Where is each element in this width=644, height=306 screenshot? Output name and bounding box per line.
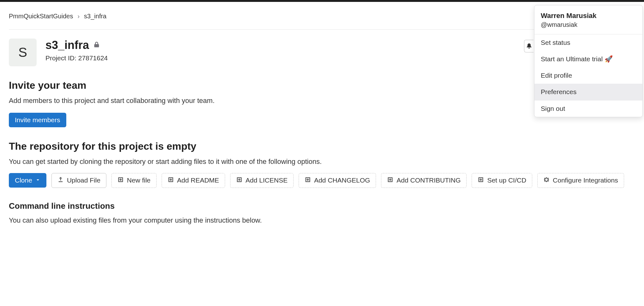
- add-license-label: Add LICENSE: [246, 177, 288, 184]
- menu-start-trial[interactable]: Start an Ultimate trial 🚀: [534, 51, 642, 67]
- configure-integrations-button[interactable]: Configure Integrations: [537, 173, 624, 188]
- cli-body: You can also upload existing files from …: [9, 215, 635, 225]
- clone-label: Clone: [15, 177, 32, 184]
- plus-box-icon: [387, 177, 393, 184]
- setup-cicd-button[interactable]: Set up CI/CD: [472, 173, 532, 188]
- project-id: Project ID: 27871624: [45, 54, 108, 62]
- notification-button[interactable]: [524, 40, 534, 52]
- add-contributing-label: Add CONTRIBUTING: [397, 177, 461, 184]
- add-license-button[interactable]: Add LICENSE: [230, 173, 294, 188]
- upload-file-label: Upload File: [67, 177, 100, 184]
- add-contributing-button[interactable]: Add CONTRIBUTING: [381, 173, 467, 188]
- menu-set-status[interactable]: Set status: [534, 34, 642, 51]
- user-handle: @wmarusiak: [541, 21, 636, 28]
- gear-icon: [543, 177, 550, 184]
- add-readme-button[interactable]: Add README: [162, 173, 225, 188]
- bell-icon: [526, 43, 532, 50]
- chevron-down-icon: [35, 177, 40, 184]
- cli-heading: Command line instructions: [9, 201, 635, 211]
- upload-file-button[interactable]: Upload File: [51, 173, 106, 188]
- breadcrumb-root[interactable]: PmmQuickStartGuides: [9, 13, 73, 20]
- breadcrumb-current[interactable]: s3_infra: [84, 13, 106, 20]
- menu-edit-profile[interactable]: Edit profile: [534, 67, 642, 84]
- breadcrumb-separator: ›: [77, 13, 80, 20]
- empty-repo-body: You can get started by cloning the repos…: [9, 157, 635, 167]
- add-changelog-label: Add CHANGELOG: [314, 177, 370, 184]
- empty-repo-heading: The repository for this project is empty: [9, 141, 635, 152]
- user-menu-header: Warren Marusiak @wmarusiak: [534, 5, 642, 34]
- new-file-button[interactable]: New file: [111, 173, 157, 188]
- user-menu: Warren Marusiak @wmarusiak Set status St…: [534, 5, 643, 117]
- plus-box-icon: [236, 177, 242, 184]
- repo-actions: Clone Upload File New file Add README: [9, 173, 635, 188]
- project-title: s3_infra: [45, 39, 89, 52]
- lock-icon: [93, 41, 100, 49]
- invite-members-button[interactable]: Invite members: [9, 113, 66, 127]
- new-file-label: New file: [127, 177, 151, 184]
- plus-box-icon: [168, 177, 174, 184]
- menu-preferences[interactable]: Preferences: [534, 84, 642, 100]
- configure-integrations-label: Configure Integrations: [553, 177, 618, 184]
- user-name: Warren Marusiak: [541, 12, 636, 20]
- plus-box-icon: [305, 177, 311, 184]
- add-changelog-button[interactable]: Add CHANGELOG: [299, 173, 376, 188]
- page-content: PmmQuickStartGuides › s3_infra S s3_infr…: [0, 2, 644, 238]
- upload-icon: [57, 177, 64, 184]
- plus-box-icon: [117, 177, 124, 184]
- clone-button[interactable]: Clone: [9, 173, 46, 188]
- add-readme-label: Add README: [177, 177, 219, 184]
- plus-box-icon: [478, 177, 484, 184]
- menu-sign-out[interactable]: Sign out: [534, 100, 642, 117]
- setup-cicd-label: Set up CI/CD: [487, 177, 526, 184]
- project-avatar: S: [9, 39, 37, 66]
